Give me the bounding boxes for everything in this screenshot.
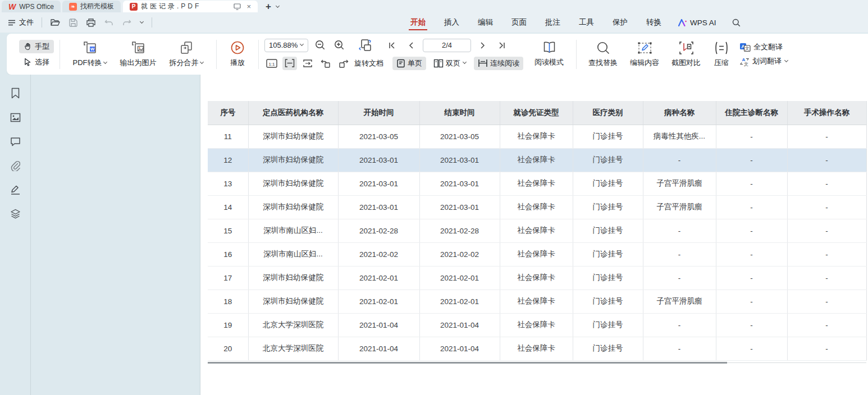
tab-document-pdf[interactable]: P 就医记录.PDF × <box>123 1 258 12</box>
search-icon[interactable] <box>732 17 742 27</box>
table-cell: - <box>643 313 716 337</box>
edit-content-button[interactable]: 编辑内容 <box>624 41 665 68</box>
tab-home[interactable]: 开始 <box>409 13 427 31</box>
new-tab-button[interactable]: + <box>266 1 271 12</box>
table-row[interactable]: 14深圳市妇幼保健院2021-03-012021-03-01社会保障卡门诊挂号子… <box>208 195 866 219</box>
play-button[interactable]: 播放 <box>222 40 253 68</box>
fit-width-button[interactable] <box>282 57 297 70</box>
wps-ai-button[interactable]: WPS AI <box>678 19 716 27</box>
table-cell: 深圳市南山区妇... <box>248 242 338 266</box>
table-row[interactable]: 16深圳市南山区妇...2021-02-022021-02-02社会保障卡门诊挂… <box>208 242 866 266</box>
attachment-icon[interactable] <box>9 159 21 172</box>
table-row[interactable]: 20北京大学深圳医院2021-01-042021-01-04社会保障卡门诊挂号-… <box>208 337 866 360</box>
hand-tool-button[interactable]: 手型 <box>19 40 54 53</box>
split-merge-button[interactable]: 拆分合并 <box>162 40 211 68</box>
table-cell: - <box>716 219 787 242</box>
continuous-read-label: 连续阅读 <box>490 58 519 68</box>
table-cell: 社会保障卡 <box>500 148 573 172</box>
redo-icon[interactable] <box>122 17 132 27</box>
file-menu-button[interactable]: 文件 <box>8 17 34 27</box>
continuous-read-button[interactable]: 连续阅读 <box>474 57 523 70</box>
tab-page[interactable]: 页面 <box>510 13 528 31</box>
screenshot-compare-button[interactable]: 截图对比 <box>665 41 707 68</box>
rotate-left-icon[interactable] <box>318 57 333 70</box>
table-cell: - <box>716 148 787 172</box>
tab-close-icon[interactable]: × <box>246 2 251 11</box>
table-cell: 门诊挂号 <box>573 125 643 148</box>
table-cell: 2021-02-01 <box>419 290 500 313</box>
tab-convert[interactable]: 转换 <box>645 13 663 31</box>
tab-docer-templates[interactable]: ❧ 找稻壳模板 <box>62 1 121 12</box>
table-row[interactable]: 11深圳市妇幼保健院2021-03-052021-03-05社会保障卡门诊挂号病… <box>208 125 866 148</box>
tab-list-chevron-icon[interactable] <box>276 4 280 8</box>
tab-wps-office[interactable]: W WPS Office <box>2 1 61 12</box>
docer-icon: ❧ <box>69 3 77 11</box>
export-image-label: 输出为图片 <box>120 58 157 68</box>
single-page-button[interactable]: 单页 <box>392 57 426 70</box>
bookmark-icon[interactable] <box>9 87 21 99</box>
rotate-doc-label[interactable]: 旋转文档 <box>354 58 383 68</box>
export-image-button[interactable]: 输出为图片 <box>114 40 162 68</box>
navigation-panel <box>31 75 200 395</box>
table-row[interactable]: 12深圳市妇幼保健院2021-03-012021-03-01社会保障卡门诊挂号-… <box>208 148 866 172</box>
tab-annotate[interactable]: 批注 <box>543 13 562 31</box>
fit-page-button[interactable] <box>300 57 315 70</box>
tab-tools[interactable]: 工具 <box>577 13 596 31</box>
last-page-button[interactable] <box>495 39 509 52</box>
table-header-cell: 开始时间 <box>338 101 419 125</box>
signature-icon[interactable] <box>9 183 21 196</box>
zoom-level-select[interactable]: 105.88% <box>264 39 308 52</box>
table-row[interactable]: 18深圳市妇幼保健院2021-02-012021-02-01社会保障卡门诊挂号子… <box>208 290 866 313</box>
compress-button[interactable]: 压缩 <box>707 41 736 68</box>
table-cell: 社会保障卡 <box>500 290 573 313</box>
layers-icon[interactable] <box>9 208 21 220</box>
play-label: 播放 <box>230 58 245 68</box>
tab-protect[interactable]: 保护 <box>611 13 629 31</box>
table-cell: - <box>716 242 787 266</box>
divider <box>42 17 42 27</box>
save-icon[interactable] <box>68 17 78 27</box>
table-row[interactable]: 19北京大学深圳医院2021-01-042021-01-04社会保障卡门诊挂号-… <box>208 313 866 337</box>
tab-insert[interactable]: 插入 <box>442 13 461 31</box>
table-row[interactable]: 15深圳市南山区妇...2021-02-282021-02-28社会保障卡门诊挂… <box>208 219 866 242</box>
word-translate-button[interactable]: A文 划词翻译 <box>739 56 788 66</box>
zoom-in-button[interactable] <box>332 39 346 52</box>
table-row[interactable]: 17深圳市妇幼保健院2021-02-012021-02-01社会保障卡门诊挂号-… <box>208 266 866 290</box>
table-cell: - <box>787 313 866 337</box>
tab-edit[interactable]: 编辑 <box>476 13 495 31</box>
table-cell: 14 <box>208 195 248 219</box>
double-page-button[interactable]: 双页 <box>430 57 470 70</box>
next-page-button[interactable] <box>476 39 490 52</box>
full-translate-button[interactable]: A文 全文翻译 <box>739 42 788 52</box>
pdf-convert-button[interactable]: W PDF转换 <box>66 40 114 68</box>
table-cell: 子宫平滑肌瘤 <box>643 195 716 219</box>
undo-icon[interactable] <box>104 17 114 27</box>
find-replace-label: 查找替换 <box>588 58 618 68</box>
quickbar-chevron-icon[interactable] <box>140 20 144 24</box>
prev-page-button[interactable] <box>404 39 418 52</box>
rotate-pages-icon[interactable] <box>359 39 373 52</box>
select-tool-button[interactable]: 选择 <box>19 56 54 69</box>
table-cell: 2021-02-01 <box>419 266 500 290</box>
page-number-input[interactable]: 2/4 <box>423 39 471 52</box>
table-cell: 11 <box>208 125 248 148</box>
svg-text:1:1: 1:1 <box>268 61 275 66</box>
ribbon-tabs: 开始 插入 编辑 页面 批注 工具 保护 转换 WPS AI <box>409 12 742 33</box>
table-row[interactable]: 13深圳市妇幼保健院2021-03-012021-03-01社会保障卡门诊挂号子… <box>208 172 866 195</box>
first-page-button[interactable] <box>385 39 399 52</box>
table-header-cell: 结束时间 <box>419 101 500 125</box>
open-file-icon[interactable] <box>50 17 60 27</box>
find-replace-button[interactable]: 查找替换 <box>582 41 624 68</box>
actual-size-button[interactable]: 1:1 <box>264 57 279 70</box>
comment-icon[interactable] <box>9 135 21 148</box>
print-icon[interactable] <box>86 17 96 27</box>
table-cell: 16 <box>208 242 248 266</box>
chevron-down-icon <box>784 58 788 62</box>
read-mode-button[interactable]: 阅读模式 <box>528 41 570 67</box>
table-cell: 2021-02-28 <box>419 219 500 242</box>
thumbnail-icon[interactable] <box>9 111 21 123</box>
table-cell: - <box>787 125 866 148</box>
rotate-right-icon[interactable] <box>336 57 351 70</box>
tab-preview-icon[interactable] <box>233 3 241 11</box>
zoom-out-button[interactable] <box>313 39 327 52</box>
